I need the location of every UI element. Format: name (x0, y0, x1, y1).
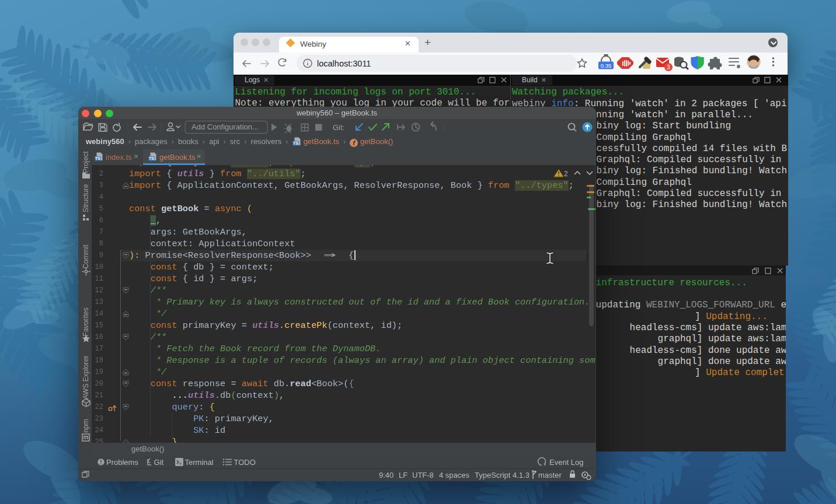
svg-text:Git:: Git: (333, 123, 344, 132)
svg-text:2: 2 (564, 170, 568, 178)
svg-text:Add Configuration...: Add Configuration... (191, 123, 259, 131)
svg-text:3: 3 (667, 64, 670, 71)
svg-text:0.35: 0.35 (601, 62, 612, 69)
svg-text:localhost:3011: localhost:3011 (317, 59, 371, 68)
